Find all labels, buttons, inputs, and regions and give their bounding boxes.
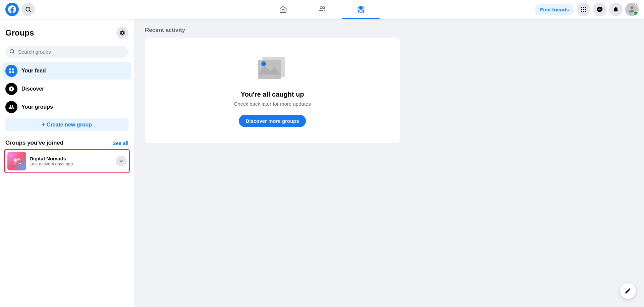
- topnav-center: [264, 1, 380, 17]
- group-name-digital-nomads: Digital Nomads: [30, 156, 112, 161]
- sidebar-item-your-feed[interactable]: Your feed: [3, 62, 131, 80]
- svg-point-2: [320, 7, 322, 9]
- apps-grid-button[interactable]: [577, 3, 590, 16]
- svg-point-16: [630, 6, 633, 9]
- caught-up-subtitle: Check back later for more updates: [234, 101, 311, 107]
- find-friends-button[interactable]: Find friends: [535, 4, 574, 15]
- svg-point-25: [17, 158, 20, 160]
- search-groups-input[interactable]: [5, 46, 128, 58]
- search-groups-wrap: [5, 46, 128, 58]
- svg-point-10: [581, 9, 582, 10]
- svg-point-13: [581, 11, 582, 12]
- group-chevron-button[interactable]: [116, 156, 126, 166]
- sidebar-item-discover[interactable]: Discover: [3, 80, 131, 98]
- svg-point-3: [323, 7, 325, 9]
- svg-point-15: [585, 11, 586, 12]
- svg-point-28: [261, 61, 266, 66]
- group-thumbnail-digital-nomads: [7, 152, 26, 170]
- caught-up-card: You're all caught up Check back later fo…: [145, 38, 400, 143]
- svg-line-1: [29, 10, 30, 11]
- topnav-right: Find friends: [535, 3, 639, 16]
- caught-up-title: You're all caught up: [241, 91, 304, 98]
- sidebar-divider: [5, 134, 128, 134]
- svg-point-9: [585, 7, 586, 8]
- svg-point-24: [13, 158, 17, 162]
- user-avatar[interactable]: [625, 3, 639, 16]
- create-new-group-button[interactable]: + Create new group: [5, 118, 128, 131]
- svg-line-18: [13, 52, 14, 53]
- messenger-button[interactable]: [593, 3, 606, 16]
- main-content: Recent activity You're all caught up Che…: [134, 19, 644, 307]
- notification-dot: [635, 3, 639, 6]
- group-info-digital-nomads: Digital Nomads Last active 4 days ago: [30, 156, 112, 166]
- recent-activity-label: Recent activity: [145, 27, 633, 34]
- sidebar-title-row: Groups: [3, 24, 131, 43]
- nav-friends-button[interactable]: [303, 1, 341, 17]
- discover-icon: [5, 83, 17, 95]
- topnav-search-button[interactable]: [21, 3, 35, 16]
- search-groups-icon: [9, 49, 15, 55]
- notifications-button[interactable]: [609, 3, 623, 16]
- your-groups-label: Your groups: [21, 104, 53, 110]
- sidebar-title-text: Groups: [5, 28, 34, 38]
- group-activity-digital-nomads: Last active 4 days ago: [30, 161, 112, 166]
- sidebar-item-your-groups[interactable]: Your groups: [3, 98, 131, 116]
- svg-point-12: [585, 9, 586, 10]
- floating-edit-button[interactable]: [620, 283, 636, 299]
- your-groups-icon: [5, 101, 17, 113]
- your-feed-icon: [5, 65, 17, 77]
- sidebar: Groups Your feed Discover: [0, 19, 134, 307]
- caught-up-image-icon: [256, 54, 289, 83]
- nav-groups-button[interactable]: [342, 1, 380, 17]
- nav-home-button[interactable]: [264, 1, 302, 17]
- svg-point-11: [583, 9, 584, 10]
- svg-rect-21: [9, 71, 11, 73]
- see-all-groups-button[interactable]: See all: [112, 140, 128, 146]
- svg-rect-22: [12, 71, 14, 73]
- discover-more-groups-button[interactable]: Discover more groups: [239, 115, 306, 127]
- topnav-left: [5, 3, 35, 16]
- svg-point-7: [581, 7, 582, 8]
- svg-point-14: [583, 11, 584, 12]
- group-item-digital-nomads[interactable]: Digital Nomads Last active 4 days ago: [4, 149, 130, 173]
- your-feed-label: Your feed: [21, 68, 46, 74]
- gear-settings-button[interactable]: [116, 27, 128, 39]
- topnav: Find friends: [0, 0, 644, 19]
- discover-label: Discover: [21, 86, 44, 92]
- main-layout: Groups Your feed Discover: [0, 19, 644, 307]
- svg-rect-20: [12, 68, 14, 70]
- groups-joined-title: Groups you've joined: [5, 140, 63, 146]
- groups-joined-header: Groups you've joined See all: [3, 137, 131, 148]
- svg-rect-19: [9, 68, 11, 70]
- svg-point-8: [583, 7, 584, 8]
- facebook-logo[interactable]: [5, 3, 19, 16]
